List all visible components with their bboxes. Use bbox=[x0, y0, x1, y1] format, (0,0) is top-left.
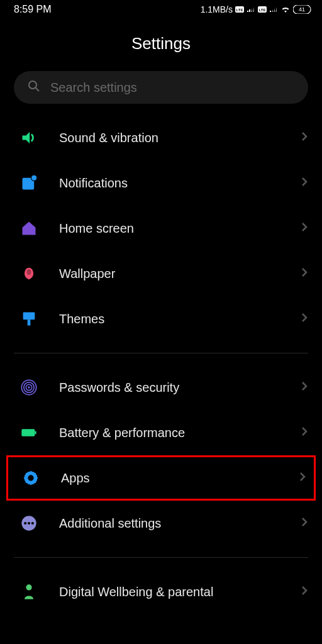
volte-icon-2: LTE bbox=[258, 6, 267, 13]
item-label: Themes bbox=[59, 312, 280, 326]
svg-text:LTE: LTE bbox=[236, 8, 243, 12]
chevron-right-icon bbox=[301, 131, 308, 145]
svg-point-10 bbox=[27, 269, 31, 275]
item-label: Wallpaper bbox=[59, 267, 280, 281]
home-icon bbox=[19, 218, 39, 238]
settings-item-themes[interactable]: Themes bbox=[0, 296, 322, 341]
settings-item-wallpaper[interactable]: Wallpaper bbox=[0, 251, 322, 296]
item-label: Digital Wellbeing & parental bbox=[59, 584, 280, 600]
chevron-right-icon bbox=[301, 312, 308, 326]
apps-icon bbox=[21, 468, 41, 488]
item-label: Passwords & security bbox=[59, 380, 280, 395]
svg-point-23 bbox=[28, 522, 30, 525]
settings-item-apps[interactable]: Apps bbox=[6, 455, 316, 501]
chevron-right-icon bbox=[301, 221, 308, 235]
chevron-right-icon bbox=[301, 516, 308, 530]
svg-point-6 bbox=[29, 81, 36, 89]
svg-line-7 bbox=[36, 88, 39, 91]
item-label: Apps bbox=[61, 471, 279, 486]
more-icon bbox=[19, 513, 39, 533]
settings-item-passwords[interactable]: Passwords & security bbox=[0, 365, 322, 410]
settings-item-sound[interactable]: Sound & vibration bbox=[0, 115, 322, 160]
sound-icon bbox=[19, 128, 39, 148]
page-title: Settings bbox=[0, 34, 322, 53]
status-bar: 8:59 PM 1.1MB/s LTE LTE 41 bbox=[0, 0, 322, 19]
volte-icon-1: LTE bbox=[235, 6, 244, 13]
svg-point-24 bbox=[31, 522, 34, 525]
themes-icon bbox=[19, 309, 39, 329]
wellbeing-icon bbox=[19, 582, 39, 602]
settings-item-battery[interactable]: Battery & performance bbox=[0, 410, 322, 455]
wallpaper-icon bbox=[19, 264, 39, 284]
chevron-right-icon bbox=[301, 267, 308, 280]
svg-point-25 bbox=[26, 584, 31, 590]
svg-point-16 bbox=[28, 386, 30, 389]
item-label: Battery & performance bbox=[59, 426, 280, 440]
settings-item-additional[interactable]: Additional settings bbox=[0, 501, 322, 546]
svg-rect-17 bbox=[21, 429, 35, 436]
wifi-icon bbox=[280, 6, 291, 13]
signal-icon-1 bbox=[247, 6, 255, 13]
item-label: Notifications bbox=[59, 176, 280, 191]
item-label: Sound & vibration bbox=[59, 131, 280, 145]
status-speed: 1.1MB/s bbox=[201, 4, 233, 14]
svg-point-9 bbox=[31, 175, 37, 180]
status-right: 1.1MB/s LTE LTE 41 bbox=[201, 4, 312, 14]
svg-point-20 bbox=[28, 475, 33, 480]
search-placeholder: Search settings bbox=[50, 80, 137, 95]
divider bbox=[14, 557, 308, 558]
settings-list: Sound & vibration Notifications Home scr… bbox=[0, 115, 322, 614]
item-label: Additional settings bbox=[59, 516, 280, 531]
svg-rect-11 bbox=[23, 313, 35, 320]
svg-text:LTE: LTE bbox=[259, 8, 266, 12]
chevron-right-icon bbox=[301, 585, 308, 599]
notifications-icon bbox=[19, 173, 39, 193]
svg-rect-12 bbox=[28, 319, 31, 325]
svg-point-22 bbox=[24, 522, 26, 525]
divider bbox=[14, 353, 308, 353]
svg-rect-18 bbox=[35, 431, 36, 435]
svg-text:41: 41 bbox=[299, 6, 305, 13]
chevron-right-icon bbox=[301, 426, 308, 440]
status-time: 8:59 PM bbox=[14, 4, 52, 15]
battery-icon: 41 bbox=[293, 5, 312, 14]
item-label: Home screen bbox=[59, 221, 280, 236]
settings-item-home[interactable]: Home screen bbox=[0, 206, 322, 251]
signal-icon-2 bbox=[269, 6, 278, 13]
settings-item-wellbeing[interactable]: Digital Wellbeing & parental bbox=[0, 569, 322, 614]
chevron-right-icon bbox=[301, 176, 308, 190]
settings-item-notifications[interactable]: Notifications bbox=[0, 160, 322, 206]
search-bar[interactable]: Search settings bbox=[14, 71, 308, 104]
chevron-right-icon bbox=[301, 380, 308, 394]
fingerprint-icon bbox=[19, 377, 39, 397]
chevron-right-icon bbox=[299, 471, 306, 485]
battery-icon bbox=[19, 423, 39, 443]
search-icon bbox=[28, 80, 40, 95]
